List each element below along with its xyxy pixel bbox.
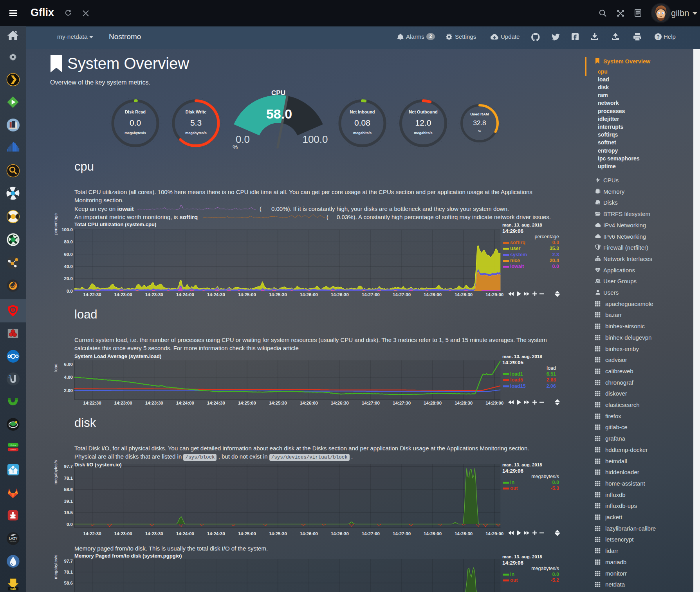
- svg-text:Offline: Offline: [10, 449, 16, 451]
- svg-text:?: ?: [657, 34, 660, 40]
- svg-text:librarian: librarian: [10, 540, 16, 542]
- svg-text:LAZY: LAZY: [9, 537, 17, 540]
- svg-text:Online: Online: [10, 444, 16, 446]
- svg-text:sab: sab: [10, 587, 16, 591]
